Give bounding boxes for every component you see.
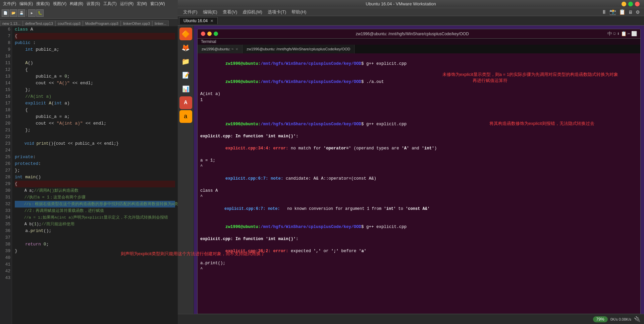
- vm-tab-ubuntu[interactable]: Ubuntu 16.04 ✕: [179, 17, 218, 24]
- terminal-line-9: ^: [200, 164, 638, 170]
- terminal-maximize-btn[interactable]: [214, 32, 218, 36]
- code-line-37: [15, 234, 175, 241]
- annotation-1: 未修饰为explicit显示类型，则a = 1的实际步骤为先调用对应类型的构造函…: [442, 72, 618, 78]
- code-line-33: //2：再调用赋值运算符重载函数，进行赋值: [15, 207, 175, 214]
- menu-macro[interactable]: 宏(M): [135, 1, 149, 7]
- terminal-body[interactable]: zw1996@ubuntu:/mnt/hgfs/WinShare/cpluspl…: [198, 53, 640, 314]
- terminal-sidebar-icon4[interactable]: 📋: [621, 31, 627, 37]
- code-content[interactable]: class A { public : int public_a; A(): [12, 26, 178, 324]
- terminal-sidebar-icon3[interactable]: ⬇: [617, 31, 620, 37]
- vmware-network-indicator: 0K/s 0.08K/s: [610, 317, 631, 321]
- menu-window[interactable]: 窗口(W): [149, 1, 166, 7]
- ide-toolbar: 📄 📂 💾 ▶ 🐛: [0, 7, 178, 19]
- code-line-36: a.print();: [15, 228, 175, 234]
- ubuntu-icon-files[interactable]: 📁: [179, 55, 192, 68]
- tab-linkerother[interactable]: linkerOther.cpp3: [121, 20, 152, 26]
- vmware-menu-tabs[interactable]: 选项卡(T): [265, 9, 289, 15]
- terminal-sidebar-icon2[interactable]: ☺: [613, 31, 616, 37]
- code-line-26: protected:: [15, 160, 175, 167]
- terminal-sidebar-icon5[interactable]: ✂: [628, 31, 630, 37]
- vmware-toolbar-icon1[interactable]: ⏸: [600, 9, 608, 15]
- code-line-32: //1：根据右值类型在这个类的构造函数的形参中找到匹配的构造函数将数值转换为A类…: [15, 201, 175, 207]
- vmware-menubar: 文件(F) 编辑(E) 查看(V) 虚拟机(M) 选项卡(T) 帮助(H) ⏸ …: [178, 8, 644, 16]
- vmware-toolbar-icon3[interactable]: 📋: [618, 9, 627, 15]
- ubuntu-icon-spreadsheet[interactable]: 📊: [179, 83, 192, 95]
- vmware-minimize-btn[interactable]: [622, 2, 626, 6]
- terminal-minimize-btn[interactable]: [207, 32, 212, 36]
- terminal-line-14: zw1996@ubuntu:/mnt/hgfs/WinShare/cpluspl…: [200, 218, 638, 236]
- code-line-10: [15, 53, 175, 60]
- terminal-window-title: zw1996@ubuntu: /mnt/hgfs/WinShare/cplusp…: [220, 32, 605, 36]
- code-line-42: [15, 268, 175, 275]
- tab-modeprogram[interactable]: ModleProgram.cpp3: [83, 20, 121, 26]
- terminal-line-4: 1: [200, 97, 638, 103]
- menu-run[interactable]: 运行(R): [118, 1, 136, 7]
- ubuntu-icon-text[interactable]: 📝: [179, 69, 192, 82]
- tab-couttest[interactable]: coutTest.cpp3: [55, 20, 83, 26]
- terminal-line-8: a = 1;: [200, 157, 638, 164]
- code-line-19: public_a = a;: [15, 113, 175, 120]
- code-line-28: int main(): [15, 174, 175, 181]
- ubuntu-icon-firefox[interactable]: 🦊: [179, 41, 192, 54]
- code-line-6: class A: [15, 26, 175, 33]
- toolbar-btn-open[interactable]: 📂: [10, 9, 17, 17]
- vm-tab-label: Ubuntu 16.04: [183, 18, 208, 23]
- menu-file[interactable]: 文件(F): [1, 1, 18, 7]
- terminal-line-1: zw1996@ubuntu:/mnt/hgfs/WinShare/cpluspl…: [200, 55, 638, 73]
- tab-linker[interactable]: linker...: [152, 20, 169, 26]
- vmware-titlebar: Ubuntu 16.04 - VMware Workstation: [178, 0, 644, 8]
- terminal-tab-2-label: zw1996@ubuntu: /mnt/hgfs/WinShare/cplusp…: [247, 47, 350, 51]
- toolbar-separator: [26, 10, 27, 16]
- ubuntu-icon-gedit[interactable]: A: [179, 96, 192, 109]
- vmware-toolbar-icon5[interactable]: ⚙: [634, 9, 641, 15]
- menu-edit[interactable]: 编辑(E): [18, 1, 35, 7]
- terminal-tabrow: zw1996@ubuntu: ~ ✕ zw1996@ubuntu: /mnt/h…: [198, 45, 640, 53]
- terminal-sidebar-icon6[interactable]: ⬜: [631, 31, 637, 37]
- code-line-27: };: [15, 167, 175, 174]
- toolbar-btn-build[interactable]: ▶: [28, 9, 36, 17]
- menu-view[interactable]: 视图(V): [51, 1, 68, 7]
- menu-build[interactable]: 构建(B): [68, 1, 85, 7]
- terminal-header-label: Terminal: [198, 39, 640, 45]
- terminal-sidebar-icon1[interactable]: 中: [607, 31, 612, 37]
- ide-menubar[interactable]: 文件(F) 编辑(E) 搜索(S) 视图(V) 构建(B) 设置(S) 工具(T…: [0, 0, 178, 7]
- toolbar-btn-save[interactable]: 💾: [18, 9, 25, 17]
- vmware-toolbar-icon2[interactable]: 📸: [608, 9, 618, 15]
- code-line-7: {: [15, 33, 175, 40]
- terminal-tab-2[interactable]: zw1996@ubuntu: /mnt/hgfs/WinShare/cplusp…: [243, 45, 355, 53]
- menu-tools[interactable]: 工具(T): [102, 1, 118, 7]
- vmware-menu-file[interactable]: 文件(F): [180, 9, 200, 15]
- vmware-menu-view[interactable]: 查看(V): [220, 9, 240, 15]
- menu-settings[interactable]: 设置(S): [85, 1, 102, 7]
- code-line-17: explicit A(int a): [15, 100, 175, 107]
- menu-search[interactable]: 搜索(S): [35, 1, 51, 7]
- tab-new[interactable]: new 1.13...: [0, 20, 23, 26]
- terminal-tab-1-label: zw1996@ubuntu: ~: [202, 47, 233, 51]
- toolbar-btn-new[interactable]: 📄: [2, 9, 9, 17]
- vmware-maximize-btn[interactable]: [628, 2, 633, 6]
- terminal-line-13: explicit.cpp:6:7: note: no known convers…: [200, 200, 638, 218]
- code-line-11: A(): [15, 60, 175, 66]
- ubuntu-icon-amazon[interactable]: a: [179, 110, 192, 123]
- code-line-16: //A(int a): [15, 93, 175, 100]
- terminal-chrome: zw1996@ubuntu: /mnt/hgfs/WinShare/cplusp…: [198, 29, 640, 39]
- vmware-toolbar-icon4[interactable]: 🖥: [627, 9, 634, 15]
- toolbar-btn-debug[interactable]: 🐛: [36, 9, 44, 17]
- vmware-menu-edit[interactable]: 编辑(E): [200, 9, 220, 15]
- terminal-tab-1[interactable]: zw1996@ubuntu: ~ ✕: [198, 45, 243, 53]
- vmware-menu-help[interactable]: 帮助(H): [289, 9, 309, 15]
- code-editor[interactable]: 678910 1112131415 1617181920 2122232425 …: [0, 26, 178, 324]
- vmware-status-icon[interactable]: 🔌: [634, 316, 641, 322]
- code-line-21: };: [15, 127, 175, 134]
- ubuntu-icon-home[interactable]: 🔶: [179, 28, 192, 40]
- code-line-31: //执行a = 1；这里会有两个步骤: [15, 194, 175, 201]
- vmware-menu-vm[interactable]: 虚拟机(M): [240, 9, 265, 15]
- terminal-close-btn[interactable]: [201, 32, 205, 36]
- terminal-line-7: explicit.cpp:34:4: error: no match for '…: [200, 139, 638, 157]
- terminal-tab-1-close[interactable]: ✕: [235, 47, 238, 51]
- vmware-close-btn[interactable]: [635, 2, 640, 6]
- tab-definetest[interactable]: defineTest.cpp13: [23, 20, 55, 26]
- code-line-8: public :: [15, 40, 175, 46]
- vm-tab-close-icon[interactable]: ✕: [210, 19, 213, 23]
- terminal-line-6: explicit.cpp: In function 'int main()':: [200, 133, 638, 139]
